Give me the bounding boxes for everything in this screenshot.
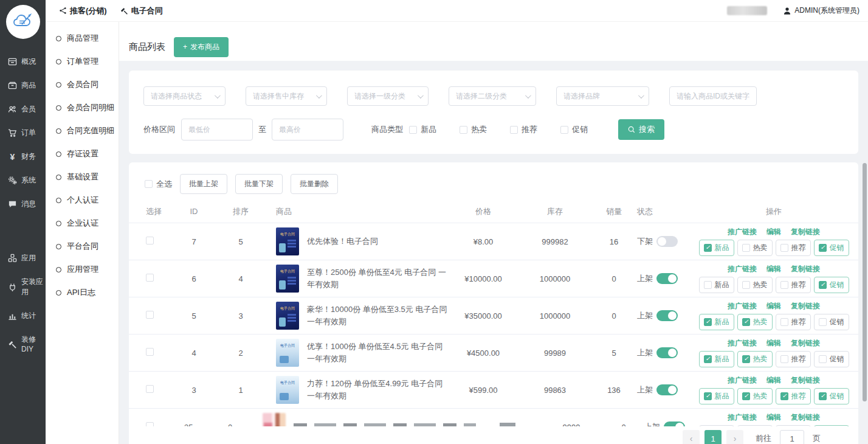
tag-new-button[interactable]: 新品 [699, 388, 734, 404]
row-checkbox[interactable] [146, 274, 154, 282]
tag-promo-button[interactable]: 促销 [814, 277, 849, 293]
sidebar-item-diy[interactable]: 装修DIY [0, 328, 46, 360]
goto-page-input[interactable] [780, 430, 804, 444]
sidebar-item-orders[interactable]: 订单 [0, 121, 46, 145]
sidebar-item-products[interactable]: 商品 [0, 74, 46, 97]
sidebar-item-messages[interactable]: 消息 [0, 192, 46, 216]
status-toggle[interactable] [656, 384, 678, 395]
tag-hot-button[interactable]: 热卖 [737, 240, 773, 256]
tab-tuike[interactable]: 推客(分销) [59, 5, 107, 16]
min-price-input[interactable] [181, 119, 253, 140]
sidebar-item-overview[interactable]: 概况 [0, 50, 46, 74]
edit-button[interactable]: 编辑 [766, 301, 781, 311]
brand-select[interactable]: 请选择品牌 [556, 86, 649, 106]
status-toggle[interactable] [656, 347, 678, 358]
edit-button[interactable]: 编辑 [766, 338, 781, 349]
tag-promo-button[interactable]: 促销 [814, 240, 849, 256]
edit-button[interactable]: 编辑 [766, 375, 781, 386]
tag-hot-button[interactable]: 热卖 [737, 388, 773, 404]
copy-link-button[interactable]: 复制链接 [791, 301, 820, 311]
stock-select[interactable]: 请选择售中库存 [246, 86, 327, 106]
tag-recommend-button[interactable]: 推荐 [776, 277, 811, 293]
row-checkbox[interactable] [146, 237, 154, 245]
submenu-item[interactable]: 存证设置 [46, 142, 119, 165]
prev-page-button[interactable]: ‹ [683, 430, 700, 444]
submenu-item[interactable]: 基础设置 [46, 165, 119, 189]
copy-link-button[interactable]: 复制链接 [791, 264, 820, 274]
row-checkbox[interactable] [146, 348, 154, 356]
tag-new-button[interactable]: 新品 [699, 314, 734, 330]
sidebar-item-system[interactable]: 系统 [0, 168, 46, 192]
sidebar-item-install-apps[interactable]: 安装应用 [0, 270, 46, 304]
tag-new-button[interactable]: 新品 [699, 351, 734, 367]
batch-online-button[interactable]: 批量上架 [180, 174, 227, 194]
product-status-select[interactable]: 请选择商品状态 [143, 86, 226, 106]
row-checkbox[interactable] [146, 385, 154, 393]
row-checkbox[interactable] [146, 311, 154, 319]
tag-promo-button[interactable]: 促销 [814, 314, 849, 330]
type-checkbox-new[interactable]: 新品 [409, 124, 436, 135]
submenu-item[interactable]: 个人认证 [46, 189, 119, 212]
sidebar-item-members[interactable]: 会员 [0, 97, 46, 121]
tag-recommend-button[interactable]: 推荐 [776, 351, 811, 367]
status-toggle[interactable] [656, 236, 678, 247]
members-icon [8, 105, 17, 114]
submenu-item[interactable]: 应用管理 [46, 258, 119, 281]
tab-contract[interactable]: 电子合同 [120, 5, 163, 16]
category2-select[interactable]: 请选择二级分类 [449, 86, 536, 106]
copy-link-button[interactable]: 复制链接 [791, 375, 820, 386]
batch-offline-button[interactable]: 批量下架 [235, 174, 283, 194]
edit-button[interactable]: 编辑 [766, 412, 781, 423]
copy-link-button[interactable]: 复制链接 [791, 227, 820, 237]
type-checkbox-hot[interactable]: 热卖 [460, 124, 487, 135]
vertical-scrollbar[interactable] [863, 163, 867, 401]
sidebar-item-apps[interactable]: 应用 [0, 246, 46, 270]
copy-link-button[interactable]: 复制链接 [791, 412, 820, 423]
tag-new-button[interactable]: 新品 [699, 277, 734, 293]
tag-promo-button[interactable]: 促销 [814, 388, 849, 404]
submenu-item[interactable]: API日志 [46, 281, 119, 304]
promo-link-button[interactable]: 推广链接 [728, 301, 757, 311]
submenu-item[interactable]: 会员合同明细 [46, 96, 119, 119]
category1-select[interactable]: 请选择一级分类 [347, 86, 429, 106]
submenu-item[interactable]: 商品管理 [46, 27, 119, 50]
current-page-button[interactable]: 1 [704, 430, 722, 444]
copy-link-button[interactable]: 复制链接 [791, 338, 820, 349]
user-menu[interactable]: ADMIN(系统管理员) [783, 5, 859, 16]
checkbox-icon [742, 244, 750, 252]
promo-link-button[interactable]: 推广链接 [728, 264, 757, 274]
next-page-button[interactable]: › [726, 430, 743, 444]
max-price-input[interactable] [272, 119, 343, 140]
tag-recommend-button[interactable]: 推荐 [776, 388, 811, 404]
sidebar-item-finance[interactable]: ¥ 财务 [0, 145, 46, 168]
search-button[interactable]: 搜索 [618, 119, 664, 140]
promo-link-button[interactable]: 推广链接 [728, 412, 757, 423]
submenu-item[interactable]: 平台合同 [46, 235, 119, 258]
keyword-input[interactable] [669, 86, 757, 106]
batch-delete-button[interactable]: 批量删除 [291, 174, 338, 194]
promo-link-button[interactable]: 推广链接 [728, 338, 757, 349]
submenu-item[interactable]: 合同充值明细 [46, 119, 119, 142]
submenu-item[interactable]: 企业认证 [46, 212, 119, 235]
publish-product-button[interactable]: + 发布商品 [174, 37, 229, 57]
submenu-item[interactable]: 会员合同 [46, 73, 119, 96]
tag-hot-button[interactable]: 热卖 [737, 351, 773, 367]
tag-hot-button[interactable]: 热卖 [737, 277, 773, 293]
edit-button[interactable]: 编辑 [766, 227, 781, 237]
submenu-item[interactable]: 订单管理 [46, 50, 119, 73]
status-toggle[interactable] [656, 273, 678, 284]
type-checkbox-promo[interactable]: 促销 [560, 124, 588, 135]
app-logo[interactable] [6, 5, 40, 39]
promo-link-button[interactable]: 推广链接 [728, 227, 757, 237]
tag-new-button[interactable]: 新品 [699, 240, 734, 256]
tag-recommend-button[interactable]: 推荐 [776, 314, 811, 330]
edit-button[interactable]: 编辑 [766, 264, 781, 274]
type-checkbox-recommend[interactable]: 推荐 [510, 124, 537, 135]
tag-recommend-button[interactable]: 推荐 [776, 240, 811, 256]
tag-promo-button[interactable]: 促销 [814, 351, 849, 367]
sidebar-item-stats[interactable]: 统计 [0, 304, 46, 328]
status-toggle[interactable] [656, 310, 678, 321]
tag-hot-button[interactable]: 热卖 [737, 314, 773, 330]
select-all-checkbox[interactable]: 全选 [145, 179, 172, 190]
promo-link-button[interactable]: 推广链接 [728, 375, 757, 386]
